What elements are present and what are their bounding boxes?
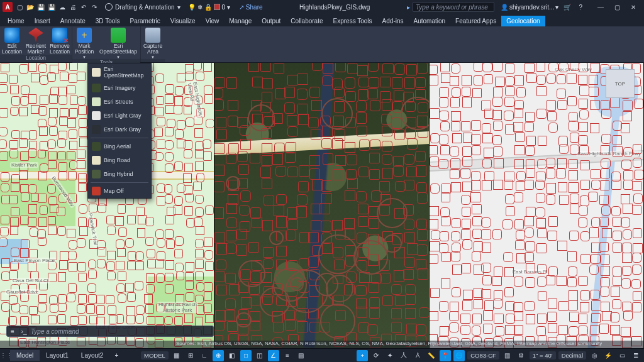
coord-system[interactable]: CO83-CF xyxy=(467,351,499,359)
globe-icon[interactable]: 🌐 xyxy=(453,350,465,361)
qat-redo-icon[interactable]: ↷ xyxy=(90,3,99,11)
qat-new-icon[interactable]: ▢ xyxy=(15,3,24,11)
ribbon-tab-parametric[interactable]: Parametric xyxy=(125,16,165,26)
remove-location-button[interactable]: Remove Location xyxy=(48,26,72,55)
dyninput-icon[interactable]: + xyxy=(357,350,368,361)
polar-toggle-icon[interactable]: ⊕ xyxy=(213,350,224,361)
annoscale-icon[interactable]: Å xyxy=(412,350,423,361)
map-provider-option[interactable]: Bing Hybrid xyxy=(88,167,151,181)
maximize-button[interactable]: ▢ xyxy=(609,1,625,13)
geo-marker-icon[interactable]: 📍 xyxy=(440,350,451,361)
panel-capture: Capture Area▼ xyxy=(141,26,165,62)
viewport-lightgray[interactable]: East Highlands Ranch Pkwy Oak Cherry Way… xyxy=(430,63,644,348)
qat-saveas-icon[interactable]: 💾 xyxy=(47,3,56,11)
capture-area-button[interactable]: Capture Area▼ xyxy=(141,26,165,59)
share-button[interactable]: ↗ Share xyxy=(239,4,262,11)
map-provider-button[interactable]: Esri OpenStreetMap▼ xyxy=(96,26,140,59)
map-provider-option[interactable]: Bing Road xyxy=(88,153,151,167)
remove-label: Remove Location xyxy=(50,43,70,55)
qat-open-icon[interactable]: 📂 xyxy=(26,3,35,11)
gizmo-icon[interactable]: ✦ xyxy=(384,350,396,361)
layout-tab-layout2[interactable]: Layout2 xyxy=(75,350,110,361)
search-input[interactable]: Type a keyword or phrase xyxy=(413,2,494,12)
map-provider-option[interactable]: Esri Imagery xyxy=(88,81,151,95)
lineweight-icon[interactable]: ≡ xyxy=(282,350,293,361)
ribbon-tab-featured-apps[interactable]: Featured Apps xyxy=(450,16,501,26)
provider-label: Bing Hybrid xyxy=(104,171,133,177)
ribbon-tab-3d-tools[interactable]: 3D Tools xyxy=(91,16,125,26)
ribbon-tab-view[interactable]: View xyxy=(201,16,225,26)
map-provider-option[interactable]: Esri Light Gray xyxy=(88,109,151,123)
ribbon-tab-collaborate[interactable]: Collaborate xyxy=(286,16,328,26)
layout-tabs-handle[interactable]: ⋮⋮ xyxy=(0,352,10,359)
app-logo[interactable]: A xyxy=(3,2,13,12)
ribbon-tab-annotate[interactable]: Annotate xyxy=(55,16,91,26)
ribbon-tab-automation[interactable]: Automation xyxy=(409,16,451,26)
qat-undo-icon[interactable]: ↶ xyxy=(79,3,88,11)
workspace-switcher[interactable]: Drafting & Annotation ▾ xyxy=(105,3,180,11)
qat-web-icon[interactable]: ☁ xyxy=(58,3,67,11)
osnap-toggle-icon[interactable]: □ xyxy=(240,350,252,361)
isoplane-icon[interactable]: ◧ xyxy=(226,350,238,361)
units-format[interactable]: Decimal xyxy=(558,351,586,359)
map-provider-option[interactable]: Esri Dark Gray xyxy=(88,123,151,136)
ribbon-tab-add-ins[interactable]: Add-ins xyxy=(377,16,409,26)
edit-location-button[interactable]: Edit Location xyxy=(0,26,24,55)
transparency-icon[interactable]: ▤ xyxy=(296,350,307,361)
annotation-icon[interactable]: 人 xyxy=(398,350,409,361)
status-bar: MODEL ▦ ⊞ ∟ ⊕ ◧ □ ◫ ∠ ≡ ▤ + ⟳ ✦ 人 Å 📏 📍 … xyxy=(138,348,644,362)
3dosnap-icon[interactable]: ◫ xyxy=(254,350,265,361)
layer-dropdown[interactable]: 💡 ❄ 🔒 0 ▾ xyxy=(188,4,231,11)
workspace-icon[interactable]: ⚙ xyxy=(516,350,527,361)
cmd-input[interactable]: Type a command xyxy=(30,328,213,335)
bulb-icon: 💡 xyxy=(188,4,196,11)
viewcube[interactable]: TOP xyxy=(606,69,635,98)
command-line[interactable]: ≡ ›_ Type a command xyxy=(6,326,214,337)
add-layout-button[interactable]: + xyxy=(109,350,123,361)
qat-save-icon[interactable]: 💾 xyxy=(36,3,45,11)
provider-swatch-icon xyxy=(92,111,101,120)
otrack-toggle-icon[interactable]: ∠ xyxy=(268,350,279,361)
map-provider-option[interactable]: Esri OpenStreetMap xyxy=(88,63,151,81)
provider-swatch-icon xyxy=(92,187,101,195)
reorient-marker-button[interactable]: Reorient Marker xyxy=(24,26,48,55)
help-icon[interactable]: ? xyxy=(579,4,582,11)
close-button[interactable]: ✕ xyxy=(625,1,641,13)
snap-toggle-icon[interactable]: ⊞ xyxy=(185,350,196,361)
ribbon-tab-visualize[interactable]: Visualize xyxy=(165,16,201,26)
provider-swatch-icon xyxy=(92,170,101,178)
mark-position-button[interactable]: Mark Position▼ xyxy=(72,26,96,59)
layout-tab-model[interactable]: Model xyxy=(10,350,40,361)
ribbon-tab-manage[interactable]: Manage xyxy=(224,16,257,26)
share-label: Share xyxy=(246,4,263,11)
qprops-icon[interactable]: ▥ xyxy=(502,350,513,361)
anno-scale-value[interactable]: 1" = 40' xyxy=(530,351,556,359)
map-provider-option[interactable]: Bing Aerial xyxy=(88,140,151,153)
minimize-button[interactable]: — xyxy=(592,1,609,13)
viewport-satellite[interactable] xyxy=(214,63,429,348)
isolate-icon[interactable]: ◎ xyxy=(589,350,600,361)
cart-icon[interactable]: 🛒 xyxy=(564,4,571,11)
grid-toggle-icon[interactable]: ▦ xyxy=(171,350,182,361)
account-menu[interactable]: 👤 shiyamdev.srit... ▾ xyxy=(501,4,559,11)
provider-swatch-icon xyxy=(92,84,101,92)
cmd-history-icon[interactable]: ≡ xyxy=(7,328,18,335)
map-provider-option[interactable]: Map Off xyxy=(88,184,151,198)
ribbon-tab-output[interactable]: Output xyxy=(257,16,286,26)
ribbon-tab-insert[interactable]: Insert xyxy=(30,16,55,26)
pin-icon xyxy=(28,28,43,43)
customize-status-icon[interactable]: ≣ xyxy=(630,350,641,361)
ribbon-tab-home[interactable]: Home xyxy=(3,16,30,26)
cleanscreen-icon[interactable]: ▭ xyxy=(616,350,628,361)
status-model[interactable]: MODEL xyxy=(141,351,169,359)
map-provider-option[interactable]: Esri Streets xyxy=(88,95,151,109)
hardware-accel-icon[interactable]: ⚡ xyxy=(602,350,614,361)
selection-cycling-icon[interactable]: ⟳ xyxy=(370,350,382,361)
panel-tools: Mark Position▼ Esri OpenStreetMap▼ Tools xyxy=(72,26,141,62)
ortho-toggle-icon[interactable]: ∟ xyxy=(199,350,210,361)
layout-tab-layout1[interactable]: Layout1 xyxy=(40,350,75,361)
qat-plot-icon[interactable]: 🖨 xyxy=(69,3,77,11)
units-icon[interactable]: 📏 xyxy=(426,350,437,361)
ribbon-tab-express-tools[interactable]: Express Tools xyxy=(328,16,377,26)
ribbon-tab-geolocation[interactable]: Geolocation xyxy=(501,16,545,26)
